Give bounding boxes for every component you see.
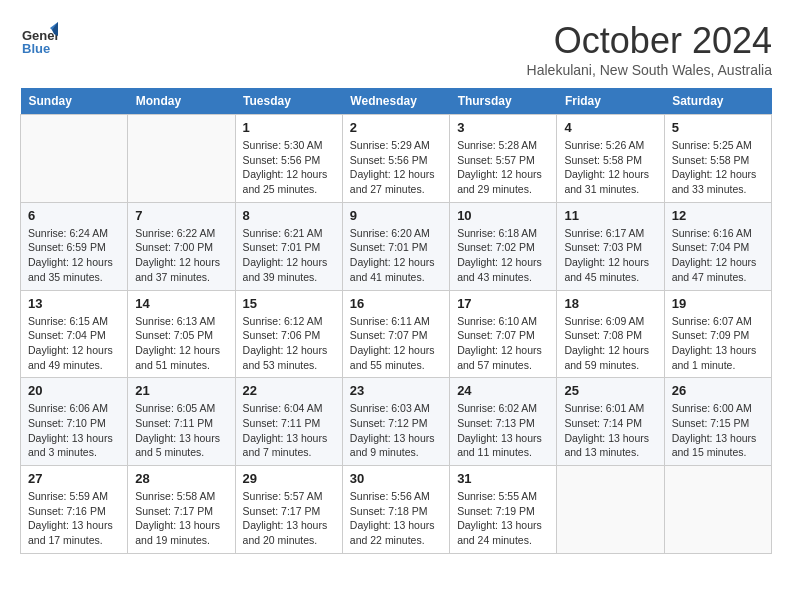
day-info: Sunrise: 6:00 AMSunset: 7:15 PMDaylight:…	[672, 401, 764, 460]
day-header-sunday: Sunday	[21, 88, 128, 115]
day-header-tuesday: Tuesday	[235, 88, 342, 115]
calendar-cell: 9 Sunrise: 6:20 AMSunset: 7:01 PMDayligh…	[342, 202, 449, 290]
day-info: Sunrise: 6:20 AMSunset: 7:01 PMDaylight:…	[350, 226, 442, 285]
day-info: Sunrise: 6:15 AMSunset: 7:04 PMDaylight:…	[28, 314, 120, 373]
calendar-cell: 4 Sunrise: 5:26 AMSunset: 5:58 PMDayligh…	[557, 115, 664, 203]
calendar-cell: 16 Sunrise: 6:11 AMSunset: 7:07 PMDaylig…	[342, 290, 449, 378]
day-number: 8	[243, 208, 335, 223]
day-number: 7	[135, 208, 227, 223]
day-info: Sunrise: 6:03 AMSunset: 7:12 PMDaylight:…	[350, 401, 442, 460]
calendar-cell: 28 Sunrise: 5:58 AMSunset: 7:17 PMDaylig…	[128, 466, 235, 554]
calendar-cell	[664, 466, 771, 554]
day-number: 19	[672, 296, 764, 311]
logo: General Blue	[20, 20, 58, 62]
day-info: Sunrise: 6:24 AMSunset: 6:59 PMDaylight:…	[28, 226, 120, 285]
day-number: 23	[350, 383, 442, 398]
day-info: Sunrise: 6:12 AMSunset: 7:06 PMDaylight:…	[243, 314, 335, 373]
day-header-saturday: Saturday	[664, 88, 771, 115]
calendar-cell: 3 Sunrise: 5:28 AMSunset: 5:57 PMDayligh…	[450, 115, 557, 203]
day-info: Sunrise: 6:16 AMSunset: 7:04 PMDaylight:…	[672, 226, 764, 285]
calendar-cell: 11 Sunrise: 6:17 AMSunset: 7:03 PMDaylig…	[557, 202, 664, 290]
day-info: Sunrise: 5:29 AMSunset: 5:56 PMDaylight:…	[350, 138, 442, 197]
day-header-friday: Friday	[557, 88, 664, 115]
calendar-cell: 13 Sunrise: 6:15 AMSunset: 7:04 PMDaylig…	[21, 290, 128, 378]
day-info: Sunrise: 6:05 AMSunset: 7:11 PMDaylight:…	[135, 401, 227, 460]
day-number: 27	[28, 471, 120, 486]
day-info: Sunrise: 6:13 AMSunset: 7:05 PMDaylight:…	[135, 314, 227, 373]
day-number: 4	[564, 120, 656, 135]
day-info: Sunrise: 6:10 AMSunset: 7:07 PMDaylight:…	[457, 314, 549, 373]
calendar-cell: 21 Sunrise: 6:05 AMSunset: 7:11 PMDaylig…	[128, 378, 235, 466]
day-info: Sunrise: 6:11 AMSunset: 7:07 PMDaylight:…	[350, 314, 442, 373]
day-number: 31	[457, 471, 549, 486]
calendar-cell: 1 Sunrise: 5:30 AMSunset: 5:56 PMDayligh…	[235, 115, 342, 203]
day-number: 14	[135, 296, 227, 311]
day-header-thursday: Thursday	[450, 88, 557, 115]
calendar-cell: 6 Sunrise: 6:24 AMSunset: 6:59 PMDayligh…	[21, 202, 128, 290]
day-number: 28	[135, 471, 227, 486]
day-info: Sunrise: 6:07 AMSunset: 7:09 PMDaylight:…	[672, 314, 764, 373]
day-number: 29	[243, 471, 335, 486]
calendar-cell: 14 Sunrise: 6:13 AMSunset: 7:05 PMDaylig…	[128, 290, 235, 378]
title-block: October 2024 Halekulani, New South Wales…	[527, 20, 772, 78]
day-number: 30	[350, 471, 442, 486]
day-number: 2	[350, 120, 442, 135]
calendar-cell: 31 Sunrise: 5:55 AMSunset: 7:19 PMDaylig…	[450, 466, 557, 554]
calendar-cell	[21, 115, 128, 203]
day-info: Sunrise: 6:06 AMSunset: 7:10 PMDaylight:…	[28, 401, 120, 460]
day-info: Sunrise: 5:56 AMSunset: 7:18 PMDaylight:…	[350, 489, 442, 548]
day-info: Sunrise: 5:30 AMSunset: 5:56 PMDaylight:…	[243, 138, 335, 197]
calendar-cell: 26 Sunrise: 6:00 AMSunset: 7:15 PMDaylig…	[664, 378, 771, 466]
day-info: Sunrise: 5:26 AMSunset: 5:58 PMDaylight:…	[564, 138, 656, 197]
day-info: Sunrise: 6:02 AMSunset: 7:13 PMDaylight:…	[457, 401, 549, 460]
location-subtitle: Halekulani, New South Wales, Australia	[527, 62, 772, 78]
page-header: General Blue October 2024 Halekulani, Ne…	[20, 20, 772, 78]
day-header-wednesday: Wednesday	[342, 88, 449, 115]
calendar-cell	[128, 115, 235, 203]
calendar-table: SundayMondayTuesdayWednesdayThursdayFrid…	[20, 88, 772, 554]
day-info: Sunrise: 6:22 AMSunset: 7:00 PMDaylight:…	[135, 226, 227, 285]
day-info: Sunrise: 6:04 AMSunset: 7:11 PMDaylight:…	[243, 401, 335, 460]
calendar-cell: 29 Sunrise: 5:57 AMSunset: 7:17 PMDaylig…	[235, 466, 342, 554]
day-info: Sunrise: 6:09 AMSunset: 7:08 PMDaylight:…	[564, 314, 656, 373]
day-number: 15	[243, 296, 335, 311]
calendar-cell: 19 Sunrise: 6:07 AMSunset: 7:09 PMDaylig…	[664, 290, 771, 378]
calendar-cell: 5 Sunrise: 5:25 AMSunset: 5:58 PMDayligh…	[664, 115, 771, 203]
day-number: 5	[672, 120, 764, 135]
calendar-cell: 8 Sunrise: 6:21 AMSunset: 7:01 PMDayligh…	[235, 202, 342, 290]
day-number: 18	[564, 296, 656, 311]
day-info: Sunrise: 5:57 AMSunset: 7:17 PMDaylight:…	[243, 489, 335, 548]
day-number: 13	[28, 296, 120, 311]
day-info: Sunrise: 6:21 AMSunset: 7:01 PMDaylight:…	[243, 226, 335, 285]
day-info: Sunrise: 6:18 AMSunset: 7:02 PMDaylight:…	[457, 226, 549, 285]
calendar-cell: 7 Sunrise: 6:22 AMSunset: 7:00 PMDayligh…	[128, 202, 235, 290]
day-info: Sunrise: 5:28 AMSunset: 5:57 PMDaylight:…	[457, 138, 549, 197]
svg-text:Blue: Blue	[22, 41, 50, 56]
day-info: Sunrise: 5:55 AMSunset: 7:19 PMDaylight:…	[457, 489, 549, 548]
calendar-cell: 2 Sunrise: 5:29 AMSunset: 5:56 PMDayligh…	[342, 115, 449, 203]
day-number: 25	[564, 383, 656, 398]
logo-icon: General Blue	[20, 20, 58, 62]
day-info: Sunrise: 6:01 AMSunset: 7:14 PMDaylight:…	[564, 401, 656, 460]
calendar-cell: 15 Sunrise: 6:12 AMSunset: 7:06 PMDaylig…	[235, 290, 342, 378]
calendar-cell	[557, 466, 664, 554]
day-number: 24	[457, 383, 549, 398]
day-info: Sunrise: 5:58 AMSunset: 7:17 PMDaylight:…	[135, 489, 227, 548]
day-number: 22	[243, 383, 335, 398]
month-title: October 2024	[527, 20, 772, 62]
calendar-cell: 20 Sunrise: 6:06 AMSunset: 7:10 PMDaylig…	[21, 378, 128, 466]
day-number: 16	[350, 296, 442, 311]
calendar-cell: 17 Sunrise: 6:10 AMSunset: 7:07 PMDaylig…	[450, 290, 557, 378]
day-number: 1	[243, 120, 335, 135]
calendar-cell: 24 Sunrise: 6:02 AMSunset: 7:13 PMDaylig…	[450, 378, 557, 466]
day-header-monday: Monday	[128, 88, 235, 115]
day-info: Sunrise: 5:25 AMSunset: 5:58 PMDaylight:…	[672, 138, 764, 197]
calendar-cell: 25 Sunrise: 6:01 AMSunset: 7:14 PMDaylig…	[557, 378, 664, 466]
day-number: 20	[28, 383, 120, 398]
calendar-cell: 18 Sunrise: 6:09 AMSunset: 7:08 PMDaylig…	[557, 290, 664, 378]
day-number: 6	[28, 208, 120, 223]
day-number: 21	[135, 383, 227, 398]
day-number: 9	[350, 208, 442, 223]
day-info: Sunrise: 6:17 AMSunset: 7:03 PMDaylight:…	[564, 226, 656, 285]
day-number: 10	[457, 208, 549, 223]
